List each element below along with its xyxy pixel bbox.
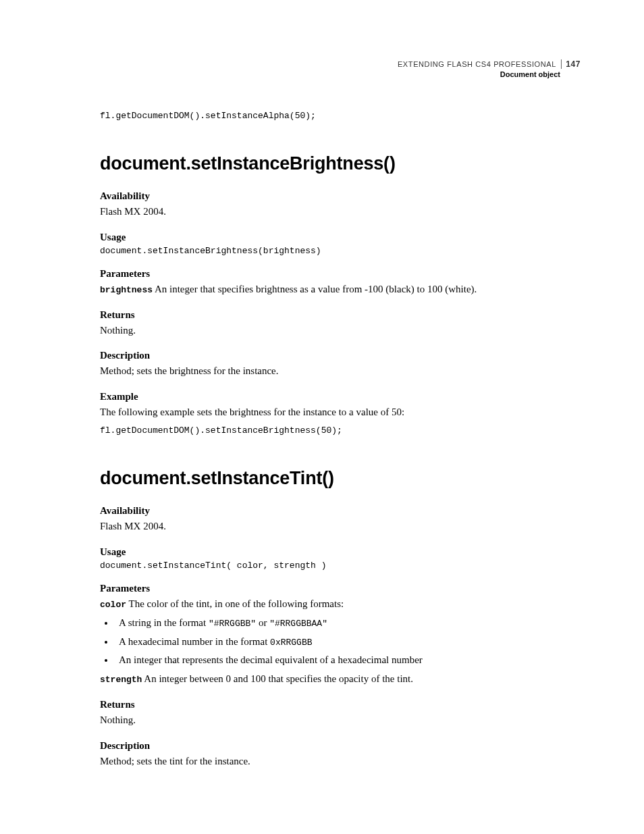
parameters-section-1: Parameters brightness An integer that sp…: [100, 268, 581, 297]
method-heading-brightness: document.setInstanceBrightness(): [100, 153, 581, 174]
parameters-label: Parameters: [100, 268, 581, 280]
bullet2-code: 0xRRGGBB: [270, 637, 312, 648]
list-item: An integer that represents the decimal e…: [115, 652, 581, 668]
parameters-label-2: Parameters: [100, 583, 581, 594]
returns-section-1: Returns Nothing.: [100, 309, 581, 338]
example-text: The following example sets the brightnes…: [100, 405, 581, 420]
example-section-1: Example The following example sets the b…: [100, 391, 581, 436]
description-label-2: Description: [100, 740, 581, 752]
returns-text-2: Nothing.: [100, 713, 581, 728]
method-heading-tint: document.setInstanceTint(): [100, 468, 581, 489]
chapter-name: Document object: [100, 70, 581, 78]
returns-label: Returns: [100, 309, 581, 321]
parameter-line-color: color The color of the tint, in one of t…: [100, 597, 581, 612]
availability-text-2: Flash MX 2004.: [100, 519, 581, 534]
running-head-line1: EXTENDING FLASH CS4 PROFESSIONAL 147: [100, 59, 581, 69]
description-text: Method; sets the brightness for the inst…: [100, 364, 581, 379]
availability-text: Flash MX 2004.: [100, 205, 581, 219]
example-label: Example: [100, 391, 581, 402]
example-code: fl.getDocumentDOM().setInstanceBrightnes…: [100, 425, 581, 436]
availability-section-1: Availability Flash MX 2004.: [100, 190, 581, 219]
usage-label-2: Usage: [100, 546, 581, 558]
description-section-1: Description Method; sets the brightness …: [100, 350, 581, 379]
availability-section-2: Availability Flash MX 2004.: [100, 505, 581, 534]
bullet1-text-a: A string in the format: [119, 617, 209, 628]
usage-code-2: document.setInstanceTint( color, strengt…: [100, 561, 581, 571]
bullet3-text: An integer that represents the decimal e…: [119, 654, 423, 665]
returns-section-2: Returns Nothing.: [100, 699, 581, 728]
param-name-brightness: brightness: [100, 285, 153, 295]
parameter-line: brightness An integer that specifies bri…: [100, 282, 581, 297]
description-label: Description: [100, 350, 581, 361]
parameter-line-strength: strength An integer between 0 and 100 th…: [100, 672, 581, 687]
usage-code: document.setInstanceBrightness(brightnes…: [100, 246, 581, 256]
running-head: EXTENDING FLASH CS4 PROFESSIONAL 147 Doc…: [100, 59, 581, 78]
param-desc-brightness: An integer that specifies brightness as …: [153, 284, 477, 294]
list-item: A string in the format "#RRGGBB" or "#RR…: [115, 615, 581, 631]
description-section-2: Description Method; sets the tint for th…: [100, 740, 581, 769]
bullet2-text: A hexadecimal number in the format: [119, 636, 270, 647]
param-name-color: color: [100, 600, 126, 610]
parameters-section-2: Parameters color The color of the tint, …: [100, 583, 581, 687]
param-desc-strength: An integer between 0 and 100 that specif…: [142, 673, 413, 684]
availability-label-2: Availability: [100, 505, 581, 517]
usage-label: Usage: [100, 232, 581, 243]
bullet1-code2: "#RRGGBBAA": [269, 619, 327, 629]
color-format-list: A string in the format "#RRGGBB" or "#RR…: [100, 615, 581, 668]
availability-label: Availability: [100, 190, 581, 202]
returns-label-2: Returns: [100, 699, 581, 710]
returns-text: Nothing.: [100, 323, 581, 338]
bullet1-code1: "#RRGGBB": [209, 619, 256, 629]
page-content: EXTENDING FLASH CS4 PROFESSIONAL 147 Doc…: [0, 0, 644, 820]
page-number: 147: [561, 59, 581, 69]
param-name-strength: strength: [100, 675, 142, 685]
usage-section-2: Usage document.setInstanceTint( color, s…: [100, 546, 581, 571]
list-item: A hexadecimal number in the format 0xRRG…: [115, 634, 581, 650]
bullet1-text-b: or: [256, 617, 269, 628]
code-snippet-top: fl.getDocumentDOM().setInstanceAlpha(50)…: [100, 111, 581, 121]
usage-section-1: Usage document.setInstanceBrightness(bri…: [100, 232, 581, 256]
param-desc-color: The color of the tint, in one of the fol…: [126, 598, 344, 609]
book-title-text: EXTENDING FLASH CS4 PROFESSIONAL: [398, 60, 556, 68]
description-text-2: Method; sets the tint for the instance.: [100, 754, 581, 769]
